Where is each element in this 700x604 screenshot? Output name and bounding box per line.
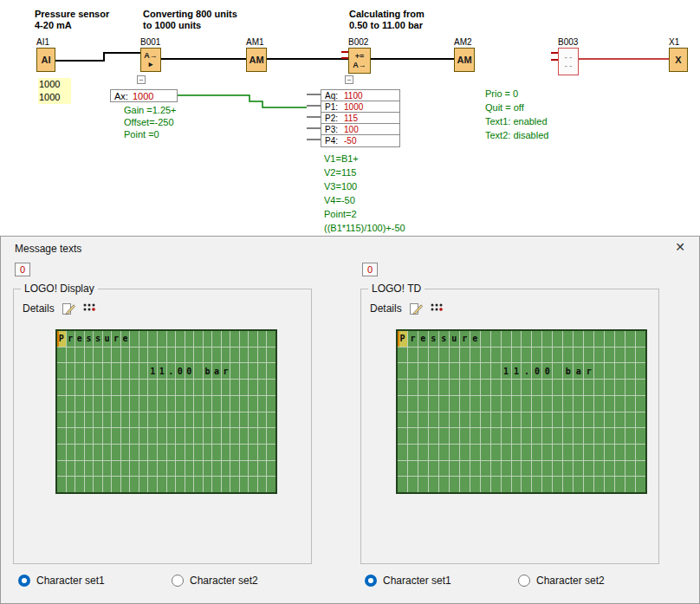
- lcd-cell[interactable]: [75, 428, 84, 444]
- lcd-cell[interactable]: [267, 396, 275, 412]
- lcd-cell[interactable]: [553, 331, 562, 347]
- lcd-cell[interactable]: [176, 428, 185, 444]
- td-character-grid[interactable]: Pressure11.00bar: [396, 329, 647, 494]
- lcd-cell[interactable]: .: [167, 363, 176, 379]
- lcd-cell[interactable]: [230, 331, 239, 347]
- lcd-cell[interactable]: [103, 363, 112, 379]
- lcd-cell[interactable]: [67, 396, 75, 412]
- lcd-cell[interactable]: [584, 396, 593, 412]
- lcd-cell[interactable]: [481, 428, 490, 444]
- lcd-cell[interactable]: [450, 380, 459, 395]
- lcd-cell[interactable]: [605, 380, 614, 395]
- lcd-cell[interactable]: [112, 347, 120, 363]
- lcd-cell[interactable]: [194, 428, 203, 444]
- lcd-cell[interactable]: r: [222, 363, 230, 379]
- lcd-cell[interactable]: [230, 477, 239, 492]
- lcd-cell[interactable]: [481, 445, 490, 460]
- lcd-cell[interactable]: [439, 428, 449, 444]
- lcd-cell[interactable]: [594, 445, 604, 460]
- lcd-cell[interactable]: [148, 428, 157, 444]
- lcd-cell[interactable]: b: [204, 363, 212, 379]
- lcd-cell[interactable]: [594, 461, 604, 477]
- lcd-cell[interactable]: s: [439, 331, 449, 347]
- lcd-cell[interactable]: [429, 461, 438, 477]
- lcd-cell[interactable]: [512, 412, 522, 428]
- lcd-cell[interactable]: [212, 428, 221, 444]
- lcd-cell[interactable]: [121, 412, 130, 428]
- lcd-cell[interactable]: [563, 428, 573, 444]
- lcd-cell[interactable]: [460, 347, 470, 363]
- lcd-cell[interactable]: [240, 428, 249, 444]
- lcd-cell[interactable]: e: [121, 331, 130, 347]
- lcd-cell[interactable]: [429, 347, 438, 363]
- lcd-cell[interactable]: [103, 412, 112, 428]
- lcd-cell[interactable]: [502, 347, 511, 363]
- lcd-cell[interactable]: [470, 428, 480, 444]
- lcd-cell[interactable]: [103, 461, 112, 477]
- lcd-cell[interactable]: [522, 396, 531, 412]
- lcd-cell[interactable]: [185, 412, 194, 428]
- lcd-cell[interactable]: 1: [512, 363, 522, 379]
- lcd-cell[interactable]: [574, 445, 583, 460]
- lcd-cell[interactable]: [67, 347, 75, 363]
- lcd-cell[interactable]: [502, 461, 511, 477]
- lcd-cell[interactable]: a: [574, 363, 583, 379]
- lcd-cell[interactable]: [439, 445, 449, 460]
- lcd-cell[interactable]: [605, 363, 614, 379]
- lcd-cell[interactable]: [240, 412, 249, 428]
- lcd-cell[interactable]: [584, 445, 593, 460]
- lcd-cell[interactable]: [230, 445, 239, 460]
- lcd-cell[interactable]: [112, 412, 120, 428]
- lcd-cell[interactable]: [615, 363, 625, 379]
- lcd-cell[interactable]: [522, 461, 531, 477]
- lcd-cell[interactable]: s: [85, 331, 94, 347]
- lcd-cell[interactable]: [542, 445, 552, 460]
- lcd-cell[interactable]: [512, 428, 522, 444]
- lcd-cell[interactable]: [512, 461, 522, 477]
- lcd-cell[interactable]: [398, 461, 407, 477]
- lcd-cell[interactable]: [502, 396, 511, 412]
- block-am1[interactable]: AM: [246, 48, 267, 72]
- lcd-cell[interactable]: [230, 428, 239, 444]
- lcd-cell[interactable]: [148, 396, 157, 412]
- lcd-cell[interactable]: r: [408, 331, 418, 347]
- lcd-cell[interactable]: [139, 363, 148, 379]
- lcd-cell[interactable]: [94, 477, 102, 492]
- lcd-cell[interactable]: [450, 461, 459, 477]
- lcd-cell[interactable]: [267, 380, 275, 395]
- lcd-cell[interactable]: [222, 331, 230, 347]
- lcd-cell[interactable]: [408, 412, 418, 428]
- lcd-cell[interactable]: [94, 461, 102, 477]
- lcd-cell[interactable]: [553, 412, 562, 428]
- lcd-cell[interactable]: [594, 331, 604, 347]
- lcd-cell[interactable]: [85, 412, 94, 428]
- lcd-cell[interactable]: [258, 380, 267, 395]
- lcd-cell[interactable]: [103, 396, 112, 412]
- lcd-cell[interactable]: [615, 412, 625, 428]
- lcd-cell[interactable]: [185, 445, 194, 460]
- lcd-cell[interactable]: [625, 428, 635, 444]
- lcd-cell[interactable]: [94, 363, 102, 379]
- lcd-cell[interactable]: [130, 445, 139, 460]
- lcd-cell[interactable]: [185, 347, 194, 363]
- lcd-cell[interactable]: [167, 331, 176, 347]
- lcd-cell[interactable]: [532, 428, 541, 444]
- lcd-cell[interactable]: [130, 363, 139, 379]
- lcd-cell[interactable]: [176, 477, 185, 492]
- lcd-cell[interactable]: [158, 445, 166, 460]
- lcd-cell[interactable]: [258, 363, 267, 379]
- lcd-cell[interactable]: [522, 331, 531, 347]
- lcd-cell[interactable]: [429, 428, 438, 444]
- lcd-cell[interactable]: [194, 461, 203, 477]
- lcd-cell[interactable]: [491, 347, 501, 363]
- lcd-cell[interactable]: 1: [502, 363, 511, 379]
- lcd-cell[interactable]: [176, 445, 185, 460]
- lcd-cell[interactable]: [204, 347, 212, 363]
- lcd-cell[interactable]: P: [398, 331, 407, 347]
- lcd-cell[interactable]: [94, 445, 102, 460]
- lcd-cell[interactable]: [267, 477, 275, 492]
- lcd-cell[interactable]: [249, 331, 257, 347]
- lcd-cell[interactable]: [470, 347, 480, 363]
- lcd-cell[interactable]: [418, 396, 428, 412]
- lcd-cell[interactable]: [112, 428, 120, 444]
